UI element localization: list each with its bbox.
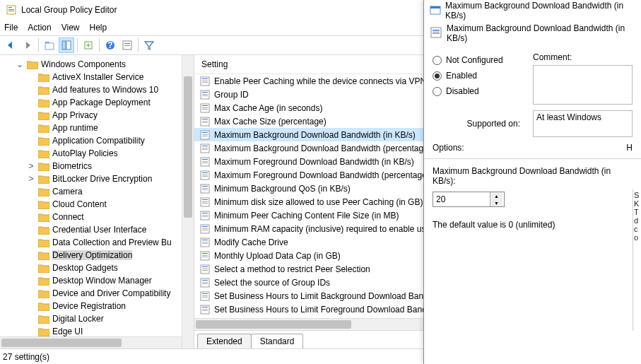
tree-item-parent[interactable]: ⌄ Windows Components <box>0 58 194 71</box>
folder-icon <box>38 175 49 184</box>
setting-icon <box>200 90 210 100</box>
tree-item[interactable]: Cloud Content <box>0 198 194 211</box>
tree-item[interactable]: Desktop Gadgets <box>0 262 194 274</box>
spinner-down-button[interactable]: ▼ <box>490 199 502 206</box>
app-icon <box>6 4 17 16</box>
dialog-title: Maximum Background Download Bandwidth (i… <box>445 1 635 20</box>
tree-item[interactable]: ActiveX Installer Service <box>0 71 194 83</box>
svg-rect-81 <box>202 297 208 298</box>
policy-dialog: Maximum Background Download Bandwidth (i… <box>423 0 641 364</box>
spinner-up-button[interactable]: ▲ <box>490 192 502 199</box>
tree-item-label: Connect <box>52 212 84 222</box>
dialog-subtitle: Maximum Background Download Bandwidth (i… <box>447 23 635 43</box>
expand-icon[interactable]: > <box>27 161 35 171</box>
menu-action[interactable]: Action <box>28 23 51 33</box>
svg-rect-43 <box>202 172 208 173</box>
svg-rect-53 <box>202 203 208 204</box>
tree-item[interactable]: >Biometrics <box>0 160 194 172</box>
folder-icon <box>38 149 49 158</box>
folder-icon <box>38 98 49 107</box>
expand-icon[interactable]: > <box>27 174 35 184</box>
tree-item[interactable]: Desktop Window Manager <box>0 274 194 287</box>
svg-rect-83 <box>202 307 208 307</box>
tree-item[interactable]: Connect <box>0 211 194 223</box>
radio-not-configured[interactable]: Not Configured <box>433 52 524 68</box>
setting-label: Max Cache Age (in seconds) <box>214 103 322 113</box>
divider <box>424 158 641 159</box>
tree-item-label: Desktop Gadgets <box>52 263 118 273</box>
svg-rect-79 <box>202 293 208 294</box>
svg-rect-19 <box>202 92 208 93</box>
tree-item[interactable]: Digital Locker <box>0 312 194 325</box>
svg-rect-89 <box>433 30 440 31</box>
back-button[interactable] <box>3 37 18 53</box>
export-button[interactable] <box>81 37 96 53</box>
svg-rect-17 <box>202 82 208 83</box>
forward-button[interactable] <box>20 37 35 53</box>
tree-item[interactable]: Application Compatibility <box>0 134 194 147</box>
tree-item[interactable]: Device and Driver Compatibility <box>0 287 194 300</box>
tab-extended[interactable]: Extended <box>197 334 252 348</box>
setting-icon <box>200 130 210 140</box>
tree-item[interactable]: AutoPlay Policies <box>0 147 194 160</box>
svg-rect-37 <box>202 149 208 150</box>
tree-item[interactable]: App runtime <box>0 122 194 134</box>
tree-item[interactable]: App Privacy <box>0 109 194 122</box>
radio-enabled[interactable]: Enabled <box>433 68 524 83</box>
svg-rect-35 <box>202 146 208 146</box>
tree-item[interactable]: Delivery Optimization <box>0 249 194 262</box>
show-hide-tree-button[interactable] <box>59 37 74 53</box>
svg-rect-44 <box>202 175 208 175</box>
svg-rect-4 <box>45 43 54 49</box>
tree-vscrollbar[interactable] <box>182 55 194 348</box>
tree-item[interactable]: App Package Deployment <box>0 96 194 109</box>
tree-item[interactable]: Device Registration <box>0 300 194 312</box>
menu-view[interactable]: View <box>61 23 80 33</box>
menu-file[interactable]: File <box>4 23 18 33</box>
svg-rect-68 <box>202 255 208 256</box>
tree-item[interactable]: Credential User Interface <box>0 223 194 236</box>
help-button[interactable]: ? <box>102 37 118 53</box>
setting-label: Modify Cache Drive <box>214 237 288 247</box>
tree-item[interactable]: Add features to Windows 10 <box>0 83 194 96</box>
tree-item[interactable]: Camera <box>0 185 194 198</box>
setting-label: Set Business Hours to Limit Foreground D… <box>214 305 433 315</box>
folder-icon <box>38 302 49 311</box>
filter-button[interactable] <box>141 37 157 53</box>
setting-label: Max Cache Size (percentage) <box>214 117 327 127</box>
radio-icon <box>433 87 442 96</box>
collapse-icon[interactable]: ⌄ <box>16 59 24 69</box>
svg-rect-72 <box>202 269 208 269</box>
comment-textarea[interactable] <box>533 65 633 105</box>
bandwidth-spinner[interactable]: ▲ ▼ <box>433 192 505 207</box>
svg-rect-28 <box>202 121 208 122</box>
menu-help[interactable]: Help <box>90 23 107 33</box>
up-button[interactable] <box>42 37 57 53</box>
supported-on-label: Supported on: <box>433 119 524 129</box>
properties-button[interactable] <box>119 37 135 53</box>
tab-standard[interactable]: Standard <box>251 334 304 348</box>
tree-item-label: Add features to Windows 10 <box>52 85 158 95</box>
tree-item-label: Delivery Optimization <box>52 250 132 260</box>
scroll-thumb[interactable] <box>196 320 351 329</box>
svg-rect-12 <box>124 43 130 44</box>
folder-icon <box>38 264 49 273</box>
tree-item[interactable]: >BitLocker Drive Encryption <box>0 172 194 185</box>
help-label-initial: H <box>626 143 633 153</box>
tree-hscrollbar[interactable] <box>0 336 182 348</box>
svg-rect-56 <box>202 215 208 216</box>
tree-item[interactable]: Data Collection and Preview Bu <box>0 236 194 249</box>
svg-rect-1 <box>8 7 12 8</box>
folder-icon <box>38 124 49 133</box>
radio-disabled[interactable]: Disabled <box>433 83 524 99</box>
setting-icon <box>200 170 210 180</box>
scroll-thumb[interactable] <box>1 339 122 347</box>
setting-label: Minimum disk size allowed to use Peer Ca… <box>214 197 423 207</box>
folder-icon <box>38 136 49 146</box>
bandwidth-input[interactable] <box>433 192 490 206</box>
svg-rect-49 <box>202 189 208 190</box>
tree-pane[interactable]: ⌄ Windows Components ActiveX Installer S… <box>0 55 194 348</box>
svg-rect-39 <box>202 159 208 160</box>
tree-item-label: Cloud Content <box>52 199 107 209</box>
scroll-thumb[interactable] <box>184 76 192 218</box>
